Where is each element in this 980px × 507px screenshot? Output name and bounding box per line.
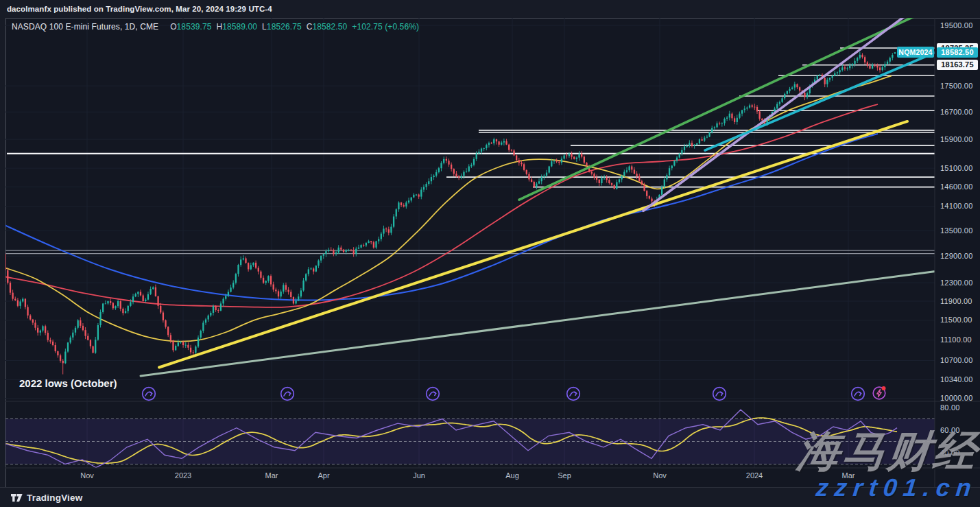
published-chart-page: dacolmanfx published on TradingView.com,… bbox=[0, 0, 980, 507]
contract-rollover-icon[interactable] bbox=[141, 386, 156, 401]
watermark-url: zzrt01.cn bbox=[815, 473, 979, 502]
close-label: C bbox=[307, 22, 313, 32]
tradingview-brand-text: TradingView bbox=[27, 493, 82, 503]
alert-lightning-icon[interactable] bbox=[872, 386, 887, 401]
contract-rollover-icon[interactable] bbox=[712, 386, 727, 401]
tradingview-attribution[interactable]: TradingView bbox=[11, 493, 82, 503]
watermark-chinese: 海马财经 bbox=[795, 423, 980, 480]
chart-annotation-2022-lows: 2022 lows (October) bbox=[19, 377, 117, 389]
contract-rollover-icon[interactable] bbox=[566, 386, 581, 401]
publish-info: dacolmanfx published on TradingView.com,… bbox=[7, 0, 272, 18]
contract-rollover-icon[interactable] bbox=[425, 386, 440, 401]
tradingview-logo-icon bbox=[11, 493, 23, 503]
close-value: 18582.50 bbox=[313, 22, 348, 32]
symbol-title-row[interactable]: NASDAQ 100 E-mini Futures, 1D, CMEO18539… bbox=[12, 22, 419, 32]
contract-rollover-icon[interactable] bbox=[850, 386, 865, 401]
change-value: +102.75 (+0.56%) bbox=[352, 22, 419, 32]
price-label-18163.75: 18163.75 bbox=[937, 60, 978, 70]
open-label: O bbox=[170, 22, 176, 32]
high-value: 18589.00 bbox=[222, 22, 257, 32]
low-value: 18526.75 bbox=[267, 22, 302, 32]
price-label-18582.50: 18582.50 bbox=[937, 47, 978, 58]
contract-rollover-icon[interactable] bbox=[280, 386, 295, 401]
symbol-description: NASDAQ 100 E-mini Futures, 1D, CME bbox=[12, 22, 158, 32]
high-label: H bbox=[216, 22, 222, 32]
open-value: 18539.75 bbox=[177, 22, 212, 32]
low-label: L bbox=[262, 22, 267, 32]
